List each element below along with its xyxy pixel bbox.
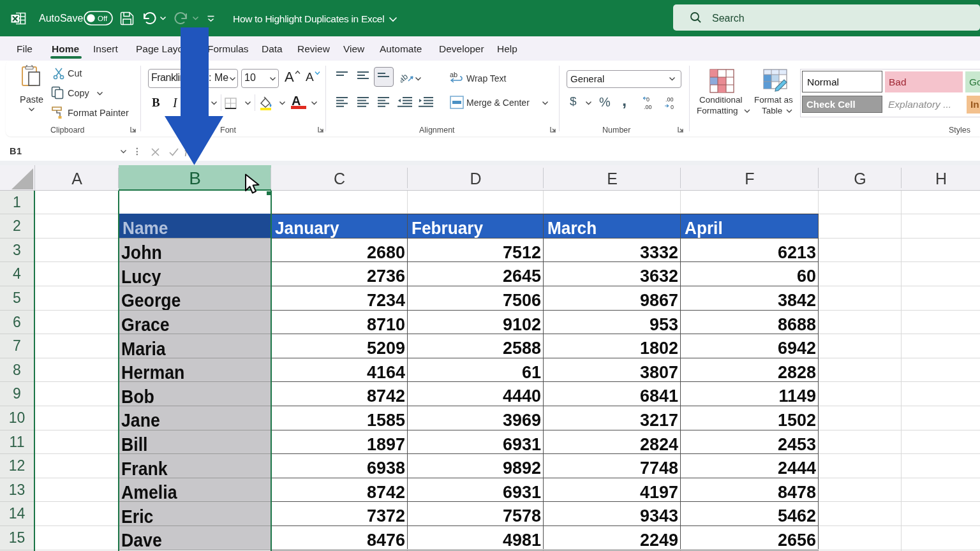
svg-text:ab: ab — [401, 73, 410, 84]
svg-text:0: 0 — [671, 104, 674, 110]
svg-text:ab: ab — [450, 71, 457, 78]
svg-text:.00: .00 — [644, 104, 652, 110]
svg-text:.00: .00 — [665, 96, 674, 103]
svg-text:Off: Off — [98, 15, 108, 22]
svg-text:0: 0 — [646, 96, 650, 103]
